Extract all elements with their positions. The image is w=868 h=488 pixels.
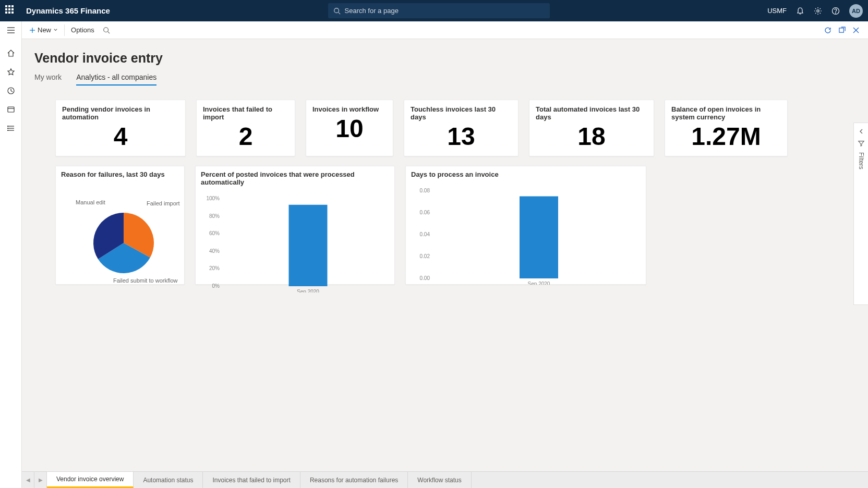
metric-card-2[interactable]: Invoices in workflow10 [306,100,393,156]
bottom-tab-2[interactable]: Invoices that failed to import [203,472,300,488]
metric-title: Touchless invoices last 30 days [411,105,512,121]
metric-value: 2 [203,122,288,151]
chart-body: 0%20%40%60%80%100%Sep 2020 [201,189,389,292]
svg-text:0.02: 0.02 [420,253,430,259]
svg-rect-9 [8,107,14,112]
divider [64,25,65,36]
metric-card-3[interactable]: Touchless invoices last 30 days13 [404,100,519,156]
tab-analytics[interactable]: Analytics - all companies [76,73,156,86]
modules-icon[interactable] [5,123,17,134]
bell-icon[interactable] [796,7,804,15]
help-icon[interactable] [831,7,840,15]
options-button[interactable]: Options [66,21,100,39]
svg-line-1 [338,12,340,14]
svg-line-20 [107,31,110,33]
metric-title: Total automated invoices last 30 days [536,105,647,121]
svg-point-16 [7,130,8,131]
hamburger-icon[interactable] [5,25,17,36]
main-content: Vendor invoice entry My work Analytics -… [22,39,868,488]
chevron-down-icon [53,28,58,32]
svg-text:Failed import: Failed import [147,200,180,206]
metric-title: Pending vendor invoices in automation [62,105,179,121]
workspace-icon[interactable] [5,104,17,115]
svg-text:Manual edit: Manual edit [76,199,105,205]
svg-text:0.06: 0.06 [420,210,430,215]
star-icon[interactable] [5,66,17,78]
metric-value: 10 [312,114,387,143]
chart-card-2[interactable]: Days to process an invoice0.000.020.040.… [405,166,646,285]
options-label: Options [71,26,94,34]
popout-icon[interactable] [838,26,846,34]
tab-my-work[interactable]: My work [34,73,62,86]
svg-text:Sep 2020: Sep 2020 [297,289,319,292]
metric-card-0[interactable]: Pending vendor invoices in automation4 [55,100,186,156]
search-command[interactable] [100,21,113,39]
chart-title: Days to process an invoice [411,170,641,178]
page-title: Vendor invoice entry [34,51,855,66]
filter-icon [858,140,865,147]
recent-icon[interactable] [5,85,17,96]
new-label: New [38,26,51,34]
svg-text:0%: 0% [212,283,220,289]
chart-title: Reason for failures, last 30 days [61,170,179,178]
chart-title: Percent of posted invoices that were pro… [201,170,389,186]
global-search[interactable] [328,3,550,18]
svg-rect-21 [839,28,843,32]
report-tabs: ◀ ▶ Vendor invoice overview Automation s… [22,471,868,488]
app-title: Dynamics 365 Finance [26,6,110,15]
close-icon[interactable] [852,27,860,34]
search-icon [103,27,110,34]
svg-text:100%: 100% [206,196,220,201]
metric-value: 18 [536,122,647,151]
bottom-tab-0[interactable]: Vendor invoice overview [47,472,134,488]
svg-point-4 [835,13,836,13]
metrics-row: Pending vendor invoices in automation4In… [55,100,855,156]
svg-text:Sep 2020: Sep 2020 [528,281,550,285]
tabs-scroll-left[interactable]: ◀ [22,472,34,488]
svg-point-2 [817,9,819,11]
charts-row: Reason for failures, last 30 daysManual … [55,166,855,285]
metric-card-5[interactable]: Balance of open invoices in system curre… [665,100,788,156]
chart-card-0[interactable]: Reason for failures, last 30 daysManual … [55,166,185,285]
chart-card-1[interactable]: Percent of posted invoices that were pro… [195,166,395,285]
svg-point-0 [334,8,339,13]
svg-text:0.00: 0.00 [420,275,430,281]
global-header: Dynamics 365 Finance USMF AD [0,0,868,21]
metric-value: 13 [411,122,512,151]
metric-value: 4 [62,122,179,151]
metric-title: Invoices that failed to import [203,105,288,121]
left-rail [0,21,22,488]
svg-text:60%: 60% [209,230,220,236]
company-label[interactable]: USMF [767,7,787,15]
svg-point-15 [7,128,8,129]
chevron-left-icon [858,128,864,135]
metric-card-1[interactable]: Invoices that failed to import2 [196,100,295,156]
bottom-tab-1[interactable]: Automation status [134,472,203,488]
home-icon[interactable] [5,47,17,59]
chart-body: 0.000.020.040.060.08Sep 2020 [411,181,641,285]
bottom-tab-3[interactable]: Reasons for automation failures [300,472,408,488]
svg-rect-33 [289,205,328,286]
tabs-scroll-right[interactable]: ▶ [34,472,47,488]
filters-label: Filters [858,152,865,169]
metric-card-4[interactable]: Total automated invoices last 30 days18 [529,100,654,156]
metric-title: Invoices in workflow [312,105,387,113]
svg-point-19 [104,27,108,32]
svg-text:20%: 20% [209,265,220,271]
page-tabs: My work Analytics - all companies [34,73,855,86]
new-button[interactable]: New [24,21,63,39]
avatar[interactable]: AD [849,4,863,18]
gear-icon[interactable] [814,7,822,15]
metric-value: 1.27M [671,122,781,151]
metric-title: Balance of open invoices in system curre… [671,105,781,121]
svg-point-14 [7,126,8,127]
svg-text:0.04: 0.04 [420,231,430,237]
refresh-icon[interactable] [824,26,832,34]
command-bar: New Options [0,21,868,39]
search-icon [333,7,341,15]
bottom-tab-4[interactable]: Workflow status [408,472,471,488]
app-launcher-icon[interactable] [5,5,17,17]
svg-text:Failed submit to workflow: Failed submit to workflow [113,277,178,283]
search-input[interactable] [345,7,545,15]
filters-panel-toggle[interactable]: Filters [853,123,868,305]
